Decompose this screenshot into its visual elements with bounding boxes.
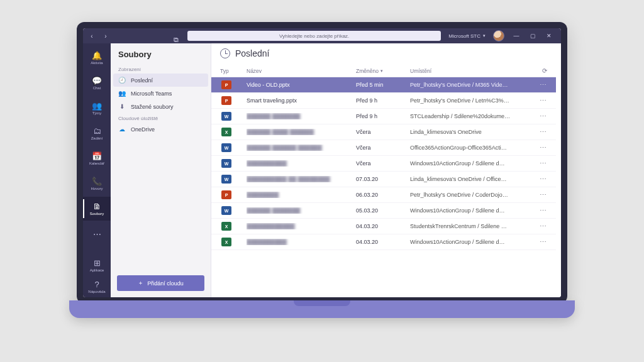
- filesnav-cloud-onedrive[interactable]: ☁OneDrive: [111, 123, 211, 136]
- rail-item-label: Soubory: [90, 212, 104, 216]
- rail-item-assign[interactable]: 🗂Zadání: [83, 121, 111, 145]
- row-more-button[interactable]: ⋯: [540, 144, 547, 152]
- table-row[interactable]: W██████ ███████Před 9 hSTCLeadership / S…: [211, 109, 556, 124]
- col-changed[interactable]: Změněno ▾: [356, 68, 410, 74]
- chevron-down-icon: ▾: [483, 33, 486, 38]
- plus-icon: ＋: [138, 279, 143, 287]
- filetype-pptx-icon: P: [221, 80, 231, 89]
- table-row[interactable]: W██████ ██████ ██████VčeraOffice365Actio…: [211, 140, 556, 156]
- file-name: ██████ ███████: [247, 207, 356, 214]
- rail-item-label: Zadání: [91, 136, 103, 140]
- maximize-button[interactable]: ▢: [525, 28, 541, 43]
- filetype-xlsx-icon: X: [221, 238, 231, 246]
- nav-back-button[interactable]: ‹: [87, 31, 97, 41]
- row-more-button[interactable]: ⋯: [540, 238, 547, 246]
- row-more-button[interactable]: ⋯: [540, 97, 547, 105]
- org-switcher[interactable]: Microsoft STC ▾: [445, 33, 489, 39]
- rail-item-activity[interactable]: 🔔Aktivita: [83, 46, 111, 70]
- file-name: ██████ ████ ██████: [247, 129, 356, 135]
- rail-item-calls[interactable]: 📞Hovory: [83, 172, 111, 195]
- table-header: Typ Název Změněno ▾ Umístění ⟳: [211, 65, 556, 77]
- chat-icon: 💬: [92, 77, 102, 85]
- ellipsis-icon: ⋯: [93, 230, 101, 238]
- row-more-button[interactable]: ⋯: [540, 222, 547, 231]
- add-cloud-label: Přidání cloudu: [147, 280, 184, 287]
- file-changed: 04.03.20: [356, 239, 410, 245]
- rail-item-help[interactable]: ?Nápověda: [83, 276, 111, 297]
- row-more-button[interactable]: ⋯: [540, 128, 547, 136]
- filesnav-item-downloads[interactable]: ⬇Stažené soubory: [111, 100, 211, 113]
- files-sidebar: Soubory Zobrazení 🕘Poslední👥Microsoft Te…: [111, 43, 211, 297]
- minimize-button[interactable]: —: [508, 28, 525, 43]
- filetype-pptx-icon: P: [221, 190, 231, 199]
- rail-item-chat[interactable]: 💬Chat: [83, 71, 111, 95]
- files-title: Soubory: [111, 43, 211, 64]
- file-changed: Před 5 min: [356, 82, 410, 88]
- table-row[interactable]: W██████████VčeraWindows10ActionGroup / S…: [211, 156, 556, 172]
- row-more-button[interactable]: ⋯: [540, 207, 547, 215]
- filesnav-item-label: Poslední: [131, 77, 153, 84]
- refresh-button[interactable]: ⟳: [542, 67, 547, 74]
- rail-item-files[interactable]: 🗎Soubory: [83, 197, 111, 221]
- file-name: ██████ ███████: [247, 113, 356, 119]
- file-location: STCLeadership / Sdilene%20dokume…: [410, 113, 530, 119]
- filetype-docx-icon: W: [221, 175, 231, 184]
- col-name[interactable]: Název: [247, 68, 356, 74]
- rail-item-label: Hovory: [91, 187, 103, 190]
- filesnav-item-label: Microsoft Teams: [131, 90, 172, 97]
- file-changed: 06.03.20: [356, 192, 410, 198]
- row-more-button[interactable]: ⋯: [540, 81, 547, 89]
- col-type[interactable]: Typ: [220, 68, 247, 74]
- table-row[interactable]: X██████ ████ ██████VčeraLinda_klimesova'…: [211, 124, 556, 140]
- rail-item-calendar[interactable]: 📅Kalendář: [83, 146, 111, 170]
- laptop-base: [69, 300, 575, 318]
- table-row[interactable]: X████████████04.03.20StudentskTrenrskCen…: [211, 219, 556, 234]
- file-name: ██████████: [247, 160, 356, 167]
- col-location[interactable]: Umístění: [410, 68, 530, 74]
- file-location: Linda_klimesova's OneDrive / Office…: [410, 176, 530, 182]
- sort-desc-icon: ▾: [380, 69, 383, 74]
- table-row[interactable]: X██████████04.03.20Windows10ActionGroup …: [211, 234, 556, 250]
- row-more-button[interactable]: ⋯: [540, 112, 547, 121]
- row-more-button[interactable]: ⋯: [540, 175, 547, 184]
- filetype-docx-icon: W: [221, 206, 231, 215]
- clock-icon: [220, 48, 230, 58]
- row-more-button[interactable]: ⋯: [540, 191, 547, 199]
- calendar-icon: 📅: [92, 152, 102, 160]
- file-name: ██████ ██████ ██████: [247, 145, 356, 151]
- file-name: ████████████: [247, 223, 356, 229]
- filesnav-item-label: Stažené soubory: [131, 104, 174, 110]
- downloads-icon: ⬇: [118, 103, 126, 110]
- file-name: Video - OLD.pptx: [247, 82, 356, 88]
- activity-icon: 🔔: [92, 52, 102, 60]
- org-label: Microsoft STC: [448, 33, 480, 39]
- table-row[interactable]: PSmart traveling.pptxPřed 9 hPetr_lhotsk…: [211, 93, 556, 109]
- rail-item-teams[interactable]: 👥Týmy: [83, 96, 111, 120]
- filesnav-item-recent[interactable]: 🕘Poslední: [113, 74, 208, 87]
- file-location: Office365ActionGroup-Office365Acti…: [410, 145, 530, 151]
- rail-item-apps[interactable]: ⊞Aplikace: [83, 255, 111, 276]
- table-row[interactable]: P████████06.03.20Petr_lhotsky's OneDrive…: [211, 187, 556, 203]
- assign-icon: 🗂: [93, 127, 101, 135]
- search-input[interactable]: Vyhledejte nebo zadejte příkaz.: [187, 31, 441, 41]
- app-rail: 🔔Aktivita💬Chat👥Týmy🗂Zadání📅Kalendář📞Hovo…: [83, 43, 111, 297]
- popout-icon[interactable]: ⧉: [174, 36, 179, 44]
- table-row[interactable]: PVideo - OLD.pptxPřed 5 minPetr_lhotsky'…: [211, 77, 556, 93]
- table-row[interactable]: W██████ ███████05.03.20Windows10ActionGr…: [211, 203, 556, 219]
- file-changed: 04.03.20: [356, 223, 410, 229]
- filesnav-item-label: OneDrive: [131, 126, 155, 133]
- nav-forward-button[interactable]: ›: [101, 31, 111, 41]
- rail-more-button[interactable]: ⋯: [83, 222, 111, 246]
- close-button[interactable]: ✕: [541, 28, 557, 43]
- rail-item-label: Nápověda: [88, 290, 105, 293]
- row-more-button[interactable]: ⋯: [540, 160, 547, 168]
- file-changed: Včera: [356, 129, 410, 135]
- apps-icon: ⊞: [94, 259, 101, 267]
- add-cloud-button[interactable]: ＋ Přidání cloudu: [117, 275, 204, 291]
- avatar[interactable]: [493, 30, 504, 41]
- app-window: ‹ › ⧉ Vyhledejte nebo zadejte příkaz. Mi…: [83, 28, 561, 297]
- files-icon: 🗎: [93, 202, 101, 211]
- file-changed: 07.03.20: [356, 176, 410, 182]
- filesnav-item-teams[interactable]: 👥Microsoft Teams: [111, 87, 211, 100]
- table-row[interactable]: W██████████ ██ ████████07.03.20Linda_kli…: [211, 172, 556, 187]
